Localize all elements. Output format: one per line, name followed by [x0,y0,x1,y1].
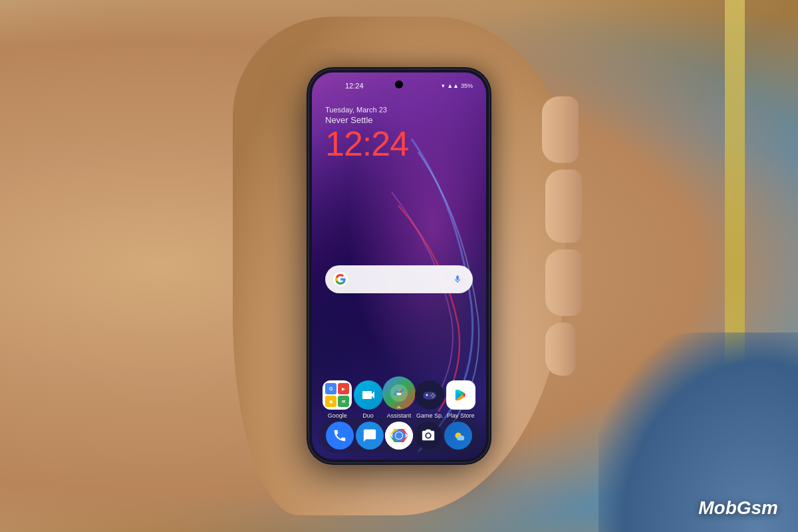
svg-point-2 [396,391,399,394]
finger-3 [545,249,582,316]
date-time-widget: Tuesday, March 23 Never Settle 12:24 [325,106,473,161]
clock-display: 12:24 [325,126,473,161]
finger-1 [542,96,579,163]
watermark: MobGsm [698,497,778,519]
svg-point-3 [399,391,402,394]
svg-point-8 [434,395,435,396]
svg-rect-6 [426,394,428,396]
playstore-icon [446,380,475,410]
phone-body: 12:24 ▾ ▲▲ 35% Tuesday, March 23 Never S… [309,70,489,462]
status-time: 12:24 [345,82,364,90]
bottom-app-dock [319,418,479,453]
svg-point-9 [431,395,432,396]
app-gamespace[interactable]: Game Sp. [415,380,444,420]
mic-icon [450,272,465,287]
svg-point-14 [396,432,402,439]
tagline: Never Settle [325,115,473,125]
google-g-logo [333,272,348,287]
finger-4 [545,323,575,376]
wifi-icon: ▾ [442,82,445,89]
dock-weather-icon[interactable] [444,422,472,450]
fingers [525,83,579,349]
duo-icon [354,380,383,410]
gamespace-icon [415,380,444,410]
dock-messages-icon[interactable] [356,422,384,450]
hand-with-phone: 12:24 ▾ ▲▲ 35% Tuesday, March 23 Never S… [233,17,565,515]
svg-point-7 [432,393,434,394]
dock-chrome-icon[interactable] [385,422,413,450]
svg-rect-18 [457,437,463,440]
phone-screen: 12:24 ▾ ▲▲ 35% Tuesday, March 23 Never S… [312,72,486,460]
app-playstore[interactable]: Play Store [446,380,475,420]
status-icons: ▾ ▲▲ 35% [442,82,473,89]
camera-punch-hole [395,80,403,88]
svg-point-10 [432,396,434,398]
dock-phone-icon[interactable] [326,422,354,450]
dock-camera-icon[interactable] [414,422,442,450]
date-label: Tuesday, March 23 [325,106,473,114]
google-folder-icon: G ▶ ◉ ✉ [323,380,352,410]
google-search-bar[interactable] [325,265,473,293]
battery-level: 35% [461,82,473,89]
up-arrow-indicator: ⌃ [395,404,403,415]
app-duo[interactable]: Duo [354,380,383,420]
signal-icon: ▲▲ [447,82,459,89]
finger-2 [545,170,582,243]
app-google[interactable]: G ▶ ◉ ✉ Google [323,380,352,420]
